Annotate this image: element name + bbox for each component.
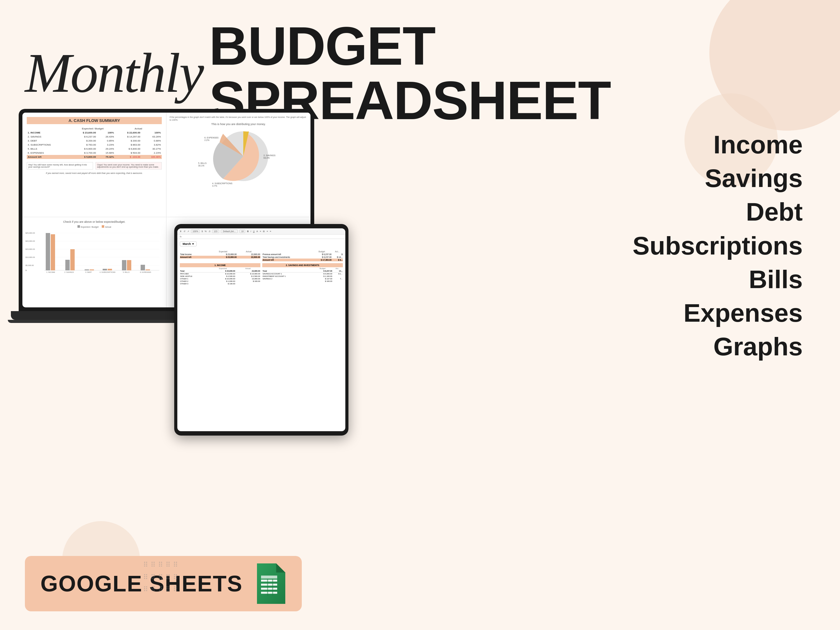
svg-text:5. BILLS: 5. BILLS xyxy=(123,271,129,273)
svg-text:2. SAVINGS: 2. SAVINGS xyxy=(264,154,276,156)
svg-rect-36 xyxy=(127,260,131,270)
cf-row-savings: 2. SAVINGS $ 6,237.0026.43% $ 14,297.006… xyxy=(27,135,162,139)
svg-rect-39 xyxy=(145,269,150,270)
tablet-frame: ⬆↺↗ 100% $%.0 123 Default (Ari... 10 BI … xyxy=(174,224,349,436)
svg-text:$-: $- xyxy=(25,269,27,271)
svg-rect-42 xyxy=(261,584,277,586)
google-sheets-icon xyxy=(252,564,286,604)
header-monthly: Monthly xyxy=(25,45,203,101)
bar-chart-section: Check if you are above or below expected… xyxy=(22,217,166,307)
svg-text:4. SUBSCRIPTIONS: 4. SUBSCRIPTIONS xyxy=(99,271,115,273)
feature-graphs: Graphs xyxy=(633,333,803,361)
svg-rect-44 xyxy=(261,592,277,594)
svg-rect-46 xyxy=(272,578,273,596)
feature-debt: Debt xyxy=(633,198,803,226)
income-header: 1. INCOME xyxy=(180,263,261,267)
svg-rect-43 xyxy=(261,588,277,590)
google-sheets-label: GOOGLE SHEETS xyxy=(41,571,243,597)
svg-rect-38 xyxy=(141,265,145,270)
svg-rect-33 xyxy=(107,269,112,270)
tablet-spreadsheet: March ▾ Expected Actual xyxy=(177,239,345,287)
features-list: Income Savings Debt Subscriptions Bills … xyxy=(633,131,803,361)
income-section: 1. INCOME Expected Actual Total $ 23,600… xyxy=(180,263,261,285)
svg-rect-41 xyxy=(261,579,277,582)
total-income-row: Total Income $ 23,600.00 22,600.00 xyxy=(180,253,261,256)
feature-subscriptions: Subscriptions xyxy=(633,232,803,260)
cash-flow-section: A. CASH FLOW SUMMARY Expected / Budget A… xyxy=(22,113,166,217)
cf-row-expenses: 6. EXPENSES $ 3,700.0015.68% $ 504.002.2… xyxy=(27,151,162,155)
svg-rect-29 xyxy=(85,269,89,270)
svg-text:$15,000.00: $15,000.00 xyxy=(25,248,35,250)
svg-rect-35 xyxy=(122,260,126,270)
feature-savings: Savings xyxy=(633,164,803,192)
svg-text:$20,000.00: $20,000.00 xyxy=(25,240,35,242)
bar-chart-title: Check if you are above or below expected… xyxy=(25,220,163,223)
savings-header: 2. SAVINGS AND INVESTMENTS xyxy=(262,263,343,267)
feature-expenses: Expenses xyxy=(633,299,803,327)
cf-row-income: 1. INCOME $ 23,600.00100% $ 22,600.00100… xyxy=(27,131,162,135)
tablet-toolbar: ⬆↺↗ 100% $%.0 123 Default (Ari... 10 BI … xyxy=(177,228,345,235)
bar-chart-svg: $25,000.00 $20,000.00 $15,000.00 $10,000… xyxy=(25,230,159,273)
svg-rect-24 xyxy=(51,234,55,270)
total-savings-row: Total Savings and Investments $ 6,237.00… xyxy=(262,256,343,259)
svg-rect-23 xyxy=(46,233,50,270)
feature-income: Income xyxy=(633,131,803,159)
tablet-formula-bar: fx xyxy=(177,235,345,239)
svg-text:3.7%: 3.7% xyxy=(212,185,217,187)
svg-text:4. SUBSCRIPTIONS: 4. SUBSCRIPTIONS xyxy=(212,182,232,185)
feature-bills: Bills xyxy=(633,265,803,294)
svg-text:5. BILLS: 5. BILLS xyxy=(198,162,207,164)
tablet-container: ⬆↺↗ 100% $%.0 123 Default (Ari... 10 BI … xyxy=(174,224,349,436)
svg-text:$10,000.00: $10,000.00 xyxy=(25,256,35,258)
svg-text:6. EXPENSES: 6. EXPENSES xyxy=(140,271,151,273)
svg-rect-45 xyxy=(267,578,268,596)
svg-rect-32 xyxy=(103,269,107,270)
svg-text:3. DEBT: 3. DEBT xyxy=(218,188,227,189)
pie-section: If the percentages in the graph don't ma… xyxy=(166,113,311,217)
svg-rect-47 xyxy=(261,576,277,579)
tablet-screen: ⬆↺↗ 100% $%.0 123 Default (Ari... 10 BI … xyxy=(177,228,345,431)
dropdown-arrow: ▾ xyxy=(192,242,194,245)
cf-table: Expected / Budget Actual 1. INCOME $ 23,… xyxy=(27,126,162,159)
svg-rect-30 xyxy=(90,269,94,270)
cf-title: A. CASH FLOW SUMMARY xyxy=(27,117,162,124)
cf-row-bills: 5. BILLS $ 6,900.0029.24% $ 6,840.0030.2… xyxy=(27,147,162,151)
svg-text:6. EXPENSES: 6. EXPENSES xyxy=(204,137,219,139)
svg-text:2.2%: 2.2% xyxy=(204,139,209,141)
cf-row-amount-left: Amount left $ 5,800.00 75.42% $ -104.00 … xyxy=(27,155,162,159)
tablet-summary-left: Expected Actual Total Income $ 23,600.00… xyxy=(180,250,261,261)
cf-row-subscriptions: 4. SUBSCRIPTIONS $ 763.003.23% $ 863.003… xyxy=(27,143,162,147)
march-dropdown[interactable]: March ▾ xyxy=(180,242,197,246)
google-sheets-badge: GOOGLE SHEETS ⠿⠿⠿⠿⠿⠿⠿⠿⠿⠿⠿⠿⠿⠿⠿ xyxy=(25,556,302,611)
tablet-summary-right: Budget Act... Previous amount left $ 6,2… xyxy=(262,250,343,261)
svg-text:3. DEBT: 3. DEBT xyxy=(85,271,92,273)
savings-section: 2. SAVINGS AND INVESTMENTS Budget Act...… xyxy=(262,263,343,285)
march-label: March xyxy=(183,242,191,245)
svg-rect-26 xyxy=(65,260,70,270)
svg-text:1. INCOME: 1. INCOME xyxy=(46,271,55,273)
svg-text:$25,000.00: $25,000.00 xyxy=(25,232,35,234)
amount-left-row: Amount left $ 23,600.00 22,600.00 xyxy=(180,256,261,259)
cf-row-debt: 3. DEBT $ 200.000.85% $ 200.000.88% xyxy=(27,139,162,143)
dots-pattern: ⠿⠿⠿⠿⠿⠿⠿⠿⠿⠿⠿⠿⠿⠿⠿ xyxy=(143,559,180,596)
tablet-amount-left-row: Amount left $ 17,363.00 $ 8... xyxy=(262,259,343,261)
svg-text:30.1%: 30.1% xyxy=(198,164,204,167)
svg-rect-27 xyxy=(70,249,75,270)
prev-amount-row: Previous amount left $ 6,237.00 $ xyxy=(262,253,343,256)
bar-chart-legend: Expected / Budget Actual xyxy=(25,225,163,228)
pie-chart: 6. EXPENSES 2.2% 5. BILLS 30.1% 2. SAVIN… xyxy=(169,128,307,184)
svg-text:2. SAVINGS: 2. SAVINGS xyxy=(65,271,74,273)
svg-text:$5,000.00: $5,000.00 xyxy=(25,264,34,266)
svg-text:63.0%: 63.0% xyxy=(264,157,270,159)
